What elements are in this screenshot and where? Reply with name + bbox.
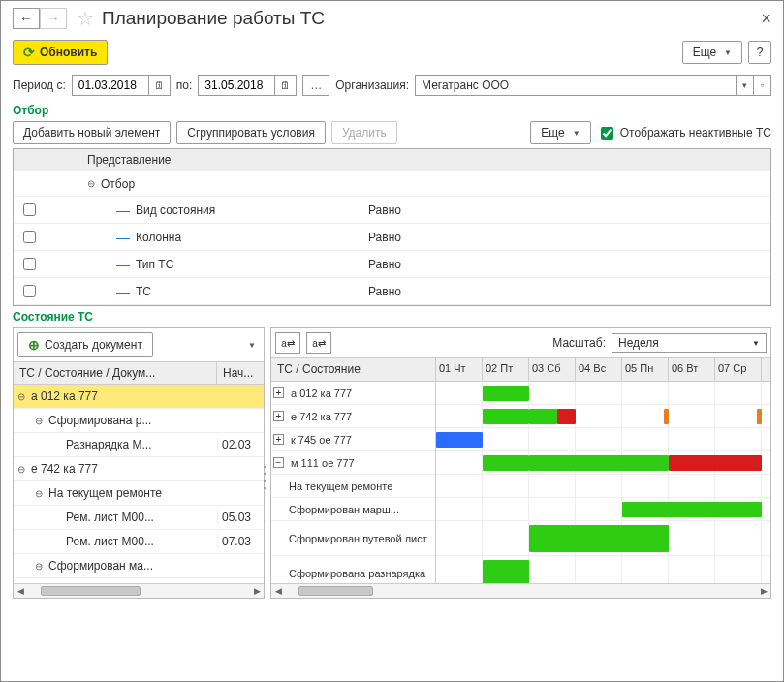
gantt-bar[interactable] [529, 455, 669, 471]
filter-table: Представление ⊖ Отбор — Вид состояния Ра… [13, 148, 771, 306]
tree-toggle-icon[interactable]: ⊖ [35, 561, 45, 572]
tree-toggle-icon[interactable]: ⊖ [35, 488, 45, 499]
gantt-bar[interactable] [557, 409, 576, 424]
gantt-bar[interactable] [483, 409, 529, 424]
tree-toggle-icon[interactable]: ⊖ [17, 391, 27, 402]
filter-row-check[interactable] [23, 203, 36, 216]
date-to-input[interactable]: 🗓 [198, 75, 297, 96]
expand-icon[interactable]: − [273, 457, 284, 468]
help-button[interactable]: ? [748, 41, 771, 64]
create-doc-button[interactable]: ⊕ Создать документ [17, 332, 153, 357]
tree-hscroll[interactable]: ◀▶ [14, 583, 264, 598]
gantt-row-cells [436, 475, 770, 498]
scale-select[interactable]: Неделя ▼ [612, 333, 767, 353]
show-inactive-checkbox[interactable]: Отображать неактивные ТС [597, 124, 771, 142]
date-from-field[interactable] [73, 76, 148, 95]
gantt-bar[interactable] [669, 455, 762, 471]
org-select[interactable]: Мегатранс ООО ▾ ▫ [415, 75, 771, 96]
gantt-row-label[interactable]: −м 111 ое 777 [271, 451, 435, 475]
gantt-bar[interactable] [436, 432, 483, 448]
filter-row-op: Равно [368, 285, 765, 298]
filter-row-check[interactable] [23, 258, 36, 270]
filter-add-button[interactable]: Добавить новый элемент [13, 121, 171, 144]
gantt-row-label[interactable]: +а 012 ка 777 [271, 382, 435, 405]
state-section-label: Состояние ТС [13, 310, 771, 324]
filter-row-check[interactable] [23, 231, 36, 243]
collapse-icon[interactable]: ⊖ [87, 178, 95, 189]
gantt-row-label[interactable]: Сформирован марш... [271, 498, 435, 521]
filter-row[interactable]: — Вид состояния Равно [14, 197, 770, 224]
gantt-bar[interactable] [483, 560, 529, 584]
expand-icon[interactable]: + [273, 434, 284, 445]
expand-icon[interactable]: + [273, 388, 284, 398]
expand-icon[interactable]: + [273, 411, 284, 421]
gantt-row-label[interactable]: На текущем ремонте [271, 475, 435, 498]
calendar-icon[interactable]: 🗓 [274, 76, 296, 95]
date-from-input[interactable]: 🗓 [72, 75, 171, 96]
back-button[interactable]: ← [13, 8, 40, 29]
gantt-label-text: Сформирован марш... [289, 504, 399, 515]
tree-row[interactable]: Рем. лист М00... 07.03 [14, 530, 264, 554]
period-picker-button[interactable]: … [302, 75, 329, 96]
gantt-bar[interactable] [664, 409, 669, 424]
date-to-field[interactable] [199, 76, 274, 95]
gantt-row-label[interactable]: Сформирована разнарядка [271, 556, 435, 583]
filter-root-label: Отбор [101, 177, 135, 191]
filter-row-repr: ТС [136, 285, 151, 298]
refresh-button[interactable]: ⟳ Обновить [13, 40, 108, 65]
tree-row[interactable]: ⊖ Сформирован ма... [14, 554, 264, 578]
gantt-row-label[interactable]: +к 745 ое 777 [271, 428, 435, 451]
col-representation: Представление [81, 149, 177, 170]
tree-row[interactable]: ⊖ На текущем ремонте [14, 481, 264, 506]
favorite-icon[interactable]: ☆ [77, 7, 94, 30]
forward-button[interactable]: → [40, 8, 67, 29]
tree-row[interactable]: ⊖ а 012 ка 777 [14, 385, 264, 409]
tree-row[interactable]: ⊖ е 742 ка 777 [14, 457, 264, 481]
gantt-bar[interactable] [622, 502, 762, 517]
calendar-icon[interactable]: 🗓 [148, 76, 170, 95]
filter-more-button[interactable]: Еще ▼ [530, 121, 590, 144]
filter-section-label: Отбор [13, 104, 771, 117]
gantt-tool-1[interactable]: a⇄ [275, 332, 300, 354]
splitter-handle[interactable] [262, 463, 267, 492]
gantt-hscroll[interactable]: ◀▶ [271, 583, 770, 598]
filter-row[interactable]: — ТС Равно [14, 278, 770, 305]
tree-row-label: На текущем ремонте [48, 486, 162, 500]
open-icon[interactable]: ▫ [753, 76, 770, 95]
filter-row[interactable]: — Колонна Равно [14, 224, 770, 251]
tree-row-label: а 012 ка 777 [31, 389, 98, 403]
filter-delete-label: Удалить [342, 126, 387, 140]
filter-delete-button[interactable]: Удалить [331, 121, 397, 144]
gantt-tool-2[interactable]: a⇄ [306, 332, 331, 354]
gantt-bar[interactable] [483, 455, 529, 471]
filter-group-button[interactable]: Сгруппировать условия [176, 121, 326, 144]
filter-row-repr: Тип ТС [136, 258, 173, 271]
gantt-bar[interactable] [529, 409, 557, 424]
tree-row[interactable]: Рем. лист М00... 05.03 [14, 506, 264, 530]
chevron-down-icon[interactable]: ▾ [736, 76, 753, 95]
org-value: Мегатранс ООО [416, 78, 736, 92]
filter-add-label: Добавить новый элемент [23, 126, 160, 140]
filter-row-check[interactable] [23, 285, 36, 297]
chevron-down-icon[interactable]: ▼ [248, 341, 256, 350]
tree-toggle-icon[interactable]: ⊖ [17, 464, 27, 475]
gantt-label-text: Сформирован путевой лист [289, 533, 427, 544]
tree-row-date: 07.03 [217, 535, 264, 548]
tree-row[interactable]: Разнарядка М... 02.03 [14, 433, 264, 457]
filter-root-row[interactable]: ⊖ Отбор [14, 171, 770, 197]
gantt-row-label[interactable]: Сформирован путевой лист [271, 521, 435, 556]
gantt-row-label[interactable]: +е 742 ка 777 [271, 405, 435, 428]
close-icon[interactable]: × [761, 9, 771, 29]
gantt-bar[interactable] [529, 525, 669, 552]
show-inactive-input[interactable] [601, 127, 613, 140]
tree-row[interactable]: ⊖ Сформирована р... [14, 409, 264, 433]
gantt-bar[interactable] [757, 409, 762, 424]
tree-row-date: 02.03 [217, 438, 264, 451]
gantt-bar[interactable] [483, 386, 529, 401]
strike-icon: — [116, 202, 130, 218]
tree-row-label: е 742 ка 777 [31, 462, 98, 476]
filter-row-repr: Колонна [136, 231, 181, 244]
tree-toggle-icon[interactable]: ⊖ [35, 416, 45, 426]
more-button[interactable]: Еще ▼ [682, 41, 742, 64]
filter-row[interactable]: — Тип ТС Равно [14, 251, 770, 278]
